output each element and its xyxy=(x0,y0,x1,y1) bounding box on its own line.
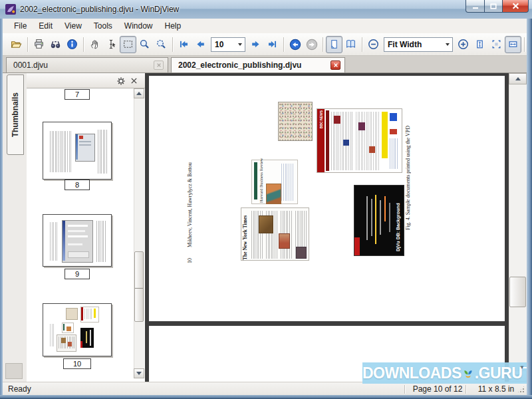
zoom-combo[interactable]: Fit Width xyxy=(384,37,453,52)
toolbar-separator xyxy=(172,37,173,52)
tab-close-button[interactable] xyxy=(154,61,164,70)
single-page-icon xyxy=(329,39,340,50)
maximize-button[interactable] xyxy=(484,0,503,13)
fit-width-button[interactable] xyxy=(505,36,521,53)
combo-dropdown-icon[interactable] xyxy=(443,38,452,51)
watermark-leaf-logo xyxy=(462,366,474,380)
window-frame-right xyxy=(527,19,532,399)
pan-button[interactable] xyxy=(86,36,103,53)
titlebar: 2002_electronic_publishing.djvu - WinDjV… xyxy=(0,0,532,19)
combo-dropdown-icon[interactable] xyxy=(235,38,245,51)
arrow-up-icon xyxy=(515,77,521,80)
dashed-rectangle-icon xyxy=(122,39,134,50)
page-number-value: 10 xyxy=(211,40,235,49)
menu-edit[interactable]: Edit xyxy=(33,19,59,33)
gear-icon xyxy=(116,76,126,86)
thumbnails-close-button[interactable] xyxy=(128,75,140,86)
sidebar-corner xyxy=(5,363,23,379)
thumbnails-scroll-up-button[interactable] xyxy=(134,88,144,98)
document-scrollbar-thumb[interactable] xyxy=(509,277,526,307)
fit-width-icon xyxy=(507,39,519,50)
rotate-left-button[interactable] xyxy=(527,36,532,53)
tab-close-button[interactable] xyxy=(331,61,340,70)
zoom-out-button[interactable] xyxy=(365,36,382,53)
magnify-button[interactable] xyxy=(136,36,153,53)
watermark-banner[interactable]: DOWNLOADS .GURU ▼ xyxy=(362,362,527,384)
watermark-caret-icon[interactable]: ▼ xyxy=(519,364,525,370)
rotate-left-icon xyxy=(530,39,532,51)
single-page-layout-button[interactable] xyxy=(326,36,342,53)
zoom-in-button[interactable] xyxy=(455,36,471,53)
minimize-button[interactable] xyxy=(466,0,485,13)
document-scroll-up-button[interactable] xyxy=(509,73,527,84)
tab-2002-electronic-publishing[interactable]: 2002_electronic_publishing.djvu xyxy=(171,57,345,72)
thumbnails-settings-button[interactable] xyxy=(115,75,126,86)
open-folder-icon xyxy=(11,39,22,50)
menu-window[interactable]: Window xyxy=(118,19,159,33)
print-button[interactable] xyxy=(31,36,47,53)
thumbnails-scroll-down-button[interactable] xyxy=(134,368,144,378)
thumbnail-page-8[interactable] xyxy=(43,122,112,180)
status-message: Ready xyxy=(8,382,31,396)
zoom-value: Fit Width xyxy=(384,40,443,49)
zoom-in-icon xyxy=(458,39,469,50)
statusbar-separator xyxy=(404,385,405,394)
actual-size-button[interactable] xyxy=(488,36,505,53)
close-icon xyxy=(512,3,519,9)
facing-pages-layout-button[interactable] xyxy=(342,36,359,53)
magnify-selection-button[interactable] xyxy=(153,36,170,53)
back-button[interactable] xyxy=(287,36,303,53)
binoculars-icon xyxy=(50,39,61,50)
select-rectangle-button[interactable] xyxy=(120,36,136,53)
find-button[interactable] xyxy=(47,36,64,53)
document-tabbar: 0001.djvu 2002_electronic_publishing.djv… xyxy=(3,56,527,73)
forward-button[interactable] xyxy=(303,36,320,53)
menu-file[interactable]: File xyxy=(8,19,33,33)
select-text-button[interactable] xyxy=(103,36,120,53)
menu-help[interactable]: Help xyxy=(159,19,188,33)
menu-view[interactable]: View xyxy=(59,19,88,33)
text-cursor-icon xyxy=(106,39,117,50)
toolbar-separator xyxy=(283,37,284,52)
menu-tools[interactable]: Tools xyxy=(88,19,118,33)
open-button[interactable] xyxy=(8,36,25,53)
page-separator xyxy=(145,321,509,326)
actual-size-icon xyxy=(491,39,502,50)
first-page-button[interactable] xyxy=(176,36,192,53)
page-number-combo[interactable]: 10 xyxy=(211,37,245,52)
app-icon xyxy=(5,4,16,15)
toolbar-separator xyxy=(524,37,525,52)
info-icon xyxy=(66,39,78,50)
menubar: File Edit View Tools Window Help xyxy=(3,19,527,33)
forward-icon xyxy=(306,39,318,51)
document-scrollbar[interactable] xyxy=(509,73,527,382)
previous-page-icon xyxy=(195,39,206,50)
minimize-icon xyxy=(472,3,479,9)
previous-page-button[interactable] xyxy=(192,36,209,53)
thumbnail-page-9[interactable] xyxy=(43,214,112,267)
thumbnail-page-label-9: 9 xyxy=(65,269,90,279)
thumbnails-scrollbar-thumb[interactable] xyxy=(134,251,144,322)
next-page-button[interactable] xyxy=(247,36,264,53)
sidebar-tab-thumbnails[interactable]: Thumbnails xyxy=(7,74,24,155)
close-button[interactable] xyxy=(502,0,529,13)
thumbnails-scrollbar[interactable] xyxy=(134,88,144,378)
toolbar-separator xyxy=(362,37,362,52)
zoom-out-icon xyxy=(368,39,379,50)
tab-0001-djvu[interactable]: 0001.djvu xyxy=(6,57,168,72)
watermark-text-left: DOWNLOADS xyxy=(362,366,462,381)
toolbar-separator xyxy=(27,37,28,52)
toolbar-separator xyxy=(83,37,84,52)
hbr-title: Harvard Business Review xyxy=(259,162,263,203)
about-button[interactable] xyxy=(64,36,80,53)
scrollbar-grip xyxy=(135,288,143,289)
fit-height-button[interactable] xyxy=(471,36,488,53)
thumbnails-tab-label: Thumbnails xyxy=(11,92,20,137)
running-head-page-number: 10 xyxy=(187,258,193,263)
toolbar-separator xyxy=(323,37,323,52)
thumbnail-page-10[interactable] xyxy=(43,303,112,356)
hand-icon xyxy=(89,39,100,50)
figure-caption: Fig. 4. Sample documents printed using t… xyxy=(405,125,411,230)
last-page-button[interactable] xyxy=(264,36,281,53)
bbc-banner: BBC NEWS xyxy=(317,109,325,172)
